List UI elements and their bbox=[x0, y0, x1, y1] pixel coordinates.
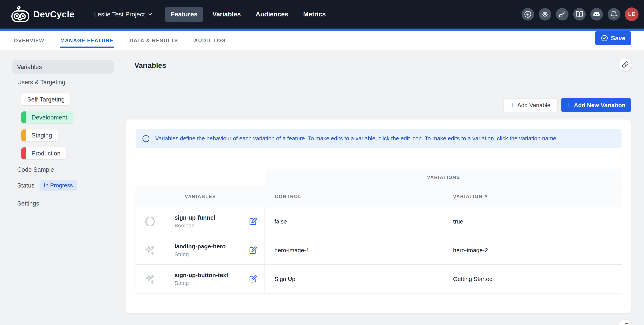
section-header-divider bbox=[126, 79, 634, 79]
env-staging-color-bar bbox=[21, 129, 26, 141]
top-nav: DevCycle Leslie Test Project Features Va… bbox=[0, 0, 644, 28]
plus-icon: + bbox=[510, 101, 514, 108]
link-icon bbox=[622, 323, 629, 325]
table-row-type-cell bbox=[136, 236, 164, 265]
next-section-link-button[interactable] bbox=[619, 320, 632, 325]
variation-a-value-cell: Getting Started bbox=[444, 265, 622, 294]
status-label: Status bbox=[17, 182, 34, 189]
add-variable-button[interactable]: + Add Variable bbox=[503, 98, 558, 112]
env-production-label: Production bbox=[26, 147, 66, 159]
add-circle-icon[interactable] bbox=[522, 8, 534, 20]
nav-menu: Features Variables Audiences Metrics bbox=[165, 7, 331, 22]
users-targeting-label: Users & Targeting bbox=[17, 79, 65, 86]
tab-manage-feature[interactable]: MANAGE FEATURE bbox=[60, 32, 114, 49]
tab-audit-log[interactable]: AUDIT LOG bbox=[194, 32, 226, 49]
user-avatar[interactable]: LE bbox=[625, 7, 638, 21]
nav-item-metrics[interactable]: Metrics bbox=[298, 7, 332, 22]
code-sample-label: Code Sample bbox=[17, 166, 54, 173]
info-banner-text: Variables define the behaviour of each v… bbox=[155, 135, 558, 142]
control-value-cell: hero-image-1 bbox=[265, 236, 444, 265]
env-staging-label: Staging bbox=[26, 129, 58, 141]
edit-pencil-icon bbox=[248, 246, 258, 255]
discord-icon[interactable] bbox=[590, 8, 603, 20]
column-header-variation-a: VARIATION A bbox=[444, 186, 622, 207]
chevron-down-icon bbox=[148, 11, 153, 17]
sparkles-icon bbox=[144, 273, 156, 285]
key-icon[interactable] bbox=[556, 8, 568, 20]
project-selector[interactable]: Leslie Test Project bbox=[94, 11, 153, 18]
book-icon[interactable] bbox=[573, 8, 586, 20]
check-circle-icon bbox=[601, 34, 608, 42]
column-header-variables: VARIABLES bbox=[136, 186, 265, 207]
env-development-color-bar bbox=[21, 111, 26, 123]
info-icon bbox=[142, 135, 150, 143]
save-button[interactable]: Save bbox=[595, 31, 631, 45]
boolean-icon bbox=[144, 216, 156, 228]
sidebar-item-env-development[interactable]: Development bbox=[21, 111, 73, 123]
variations-group-header: VARIATIONS bbox=[265, 169, 622, 186]
gear-icon[interactable] bbox=[539, 8, 551, 20]
plus-icon: + bbox=[567, 101, 571, 108]
sidebar-item-variables[interactable]: Variables bbox=[12, 60, 114, 73]
variables-card: Variables define the behaviour of each v… bbox=[126, 119, 631, 313]
nav-item-audiences[interactable]: Audiences bbox=[250, 7, 294, 22]
devcycle-robot-logo-icon bbox=[11, 6, 30, 23]
sidebar-item-self-targeting[interactable]: Self-Targeting bbox=[21, 93, 70, 105]
variables-table: VARIATIONS VARIABLES CONTROL VARIATION A… bbox=[136, 169, 622, 294]
control-value-cell: false bbox=[265, 207, 444, 236]
sidebar-item-env-staging[interactable]: Staging bbox=[21, 129, 58, 141]
section-title: Variables bbox=[134, 61, 166, 70]
self-targeting-label: Self-Targeting bbox=[21, 93, 70, 105]
control-value-cell: Sign Up bbox=[265, 265, 444, 294]
info-banner: Variables define the behaviour of each v… bbox=[136, 129, 622, 148]
project-name: Leslie Test Project bbox=[94, 11, 145, 18]
bell-icon[interactable] bbox=[608, 8, 620, 20]
link-icon bbox=[622, 61, 629, 68]
nav-item-features[interactable]: Features bbox=[165, 7, 203, 22]
env-production-color-bar bbox=[21, 147, 26, 159]
column-header-control: CONTROL bbox=[265, 186, 444, 207]
accent-progress-bar bbox=[0, 28, 644, 31]
add-variable-label: Add Variable bbox=[517, 102, 550, 108]
table-spacer-cell bbox=[136, 169, 265, 186]
sidebar-item-status: Status In Progress bbox=[17, 180, 77, 191]
tab-data-results[interactable]: DATA & RESULTS bbox=[129, 32, 178, 49]
table-row-variable-cell: sign-up-button-text String bbox=[164, 265, 265, 294]
table-row-variable-cell: sign-up-funnel Boolean bbox=[164, 207, 265, 236]
edit-pencil-icon bbox=[248, 217, 258, 226]
brand-name: DevCycle bbox=[33, 9, 74, 19]
table-row-variable-cell: landing-page-hero String bbox=[164, 236, 265, 265]
edit-variable-button[interactable] bbox=[248, 275, 258, 284]
table-row-type-cell bbox=[136, 265, 164, 294]
section-link-button[interactable] bbox=[619, 58, 632, 71]
edit-variable-button[interactable] bbox=[248, 246, 258, 255]
settings-label: Settings bbox=[17, 200, 39, 207]
brand[interactable]: DevCycle bbox=[11, 6, 74, 23]
add-new-variation-label: Add New Variation bbox=[574, 102, 626, 108]
save-button-label: Save bbox=[611, 35, 626, 42]
variation-a-value-cell: true bbox=[444, 207, 622, 236]
add-new-variation-button[interactable]: + Add New Variation bbox=[561, 98, 631, 112]
sidebar-variables-label: Variables bbox=[17, 63, 42, 71]
status-badge[interactable]: In Progress bbox=[40, 180, 77, 191]
nav-actions: LE bbox=[522, 0, 638, 28]
variation-a-value-cell: hero-image-2 bbox=[444, 236, 622, 265]
tab-overview[interactable]: OVERVIEW bbox=[14, 32, 45, 49]
table-row-type-cell bbox=[136, 207, 164, 236]
sparkles-icon bbox=[144, 244, 156, 256]
page-content: Variables Users & Targeting Self-Targeti… bbox=[0, 50, 644, 325]
sidebar-item-users-targeting[interactable]: Users & Targeting bbox=[17, 79, 65, 86]
nav-item-variables[interactable]: Variables bbox=[207, 7, 246, 22]
edit-pencil-icon bbox=[248, 275, 258, 284]
sidebar-item-settings[interactable]: Settings bbox=[17, 200, 39, 207]
sidebar-item-env-production[interactable]: Production bbox=[21, 147, 66, 159]
env-development-label: Development bbox=[26, 111, 73, 123]
feature-tabs: OVERVIEW MANAGE FEATURE DATA & RESULTS A… bbox=[0, 31, 644, 50]
edit-variable-button[interactable] bbox=[248, 217, 258, 226]
sidebar-item-code-sample[interactable]: Code Sample bbox=[17, 166, 54, 173]
